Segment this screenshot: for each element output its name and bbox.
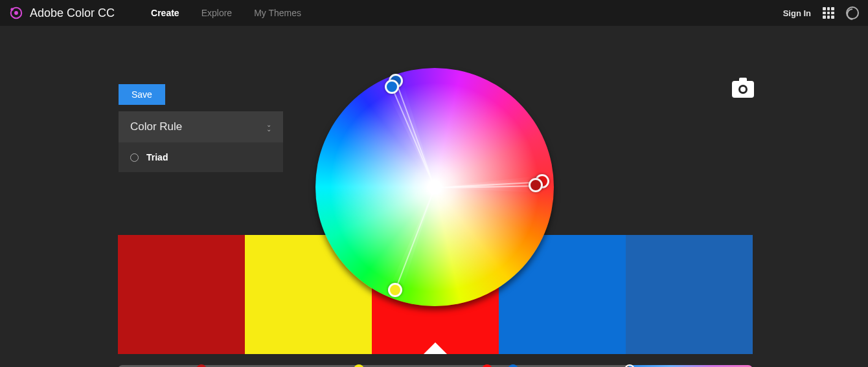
swatch[interactable] — [118, 235, 245, 354]
color-rule-title: Color Rule — [130, 120, 182, 133]
app-header: Adobe Color CC CreateExploreMy Themes Si… — [0, 0, 868, 26]
apps-grid-icon[interactable] — [823, 7, 834, 19]
signin-link[interactable]: Sign In — [783, 8, 811, 18]
wheel-handle[interactable] — [385, 80, 399, 94]
adobe-color-logo-icon — [9, 6, 23, 20]
main-nav: CreateExploreMy Themes — [151, 8, 301, 18]
swatch[interactable] — [626, 235, 753, 354]
wheel-handle[interactable] — [388, 283, 402, 297]
header-right: Sign In — [783, 6, 859, 19]
nav-item-create[interactable]: Create — [151, 8, 179, 18]
nav-item-explore[interactable]: Explore — [201, 8, 232, 18]
color-wheel-disc[interactable] — [315, 68, 554, 306]
logo: Adobe Color CC — [9, 6, 115, 20]
color-rule-name: Triad — [146, 152, 168, 162]
extract-from-image-button[interactable] — [732, 81, 754, 98]
color-rule-toggle[interactable]: Color Rule ⌄⌄ — [119, 111, 283, 142]
color-rule-selected-row[interactable]: Triad — [119, 142, 283, 172]
product-name: Adobe Color CC — [30, 6, 115, 20]
color-wheel[interactable] — [315, 68, 554, 306]
creative-cloud-icon[interactable] — [846, 6, 859, 19]
color-rule-panel: Color Rule ⌄⌄ Triad — [119, 111, 283, 172]
save-button[interactable]: Save — [119, 84, 165, 105]
svg-point-2 — [10, 8, 13, 10]
svg-point-1 — [14, 11, 18, 15]
camera-icon — [738, 85, 748, 94]
main-area: Save Color Rule ⌄⌄ Triad — [0, 26, 868, 367]
chevron-down-icon: ⌄⌄ — [266, 122, 271, 131]
wheel-handle[interactable] — [529, 178, 543, 192]
nav-item-my-themes[interactable]: My Themes — [254, 8, 301, 18]
radio-icon — [130, 153, 139, 162]
